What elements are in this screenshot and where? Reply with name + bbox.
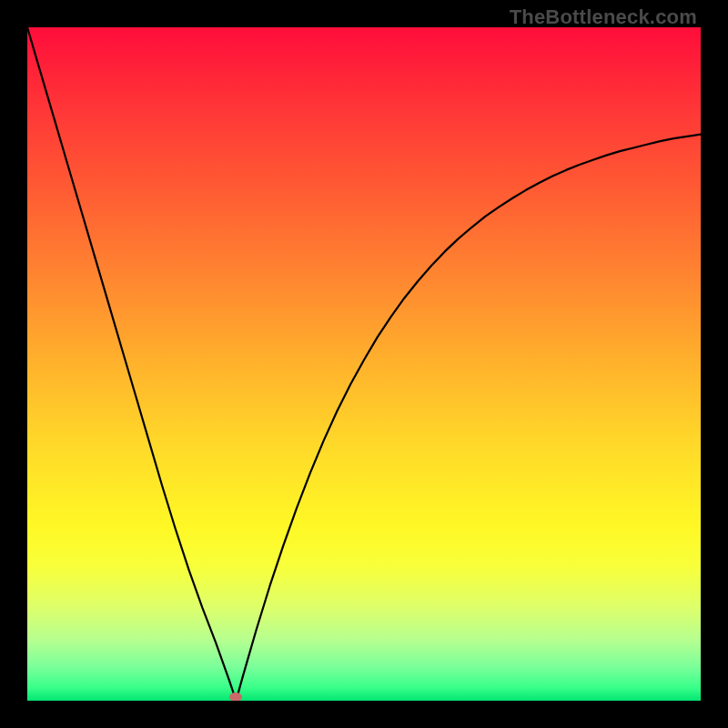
plot-area [27, 27, 701, 701]
optimal-point-marker [229, 693, 242, 701]
chart-frame: TheBottleneck.com [0, 0, 728, 728]
bottleneck-curve [27, 27, 701, 701]
watermark-text: TheBottleneck.com [510, 5, 697, 29]
